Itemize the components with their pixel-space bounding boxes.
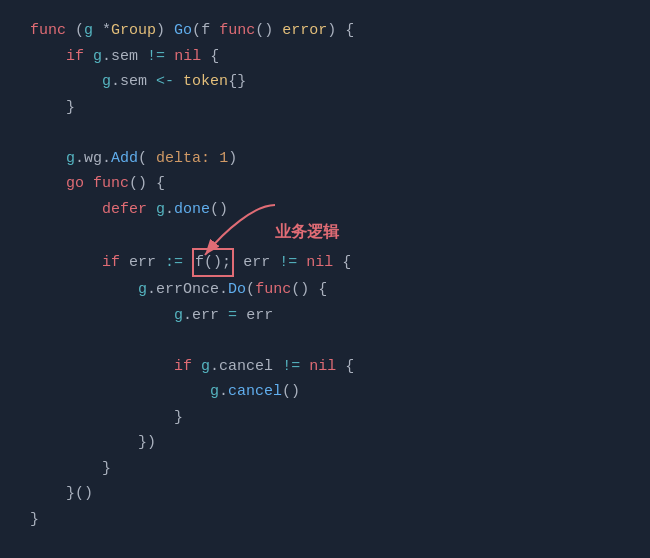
code-line-16: } <box>30 405 630 431</box>
code-line-1: func ( g * Group ) Go ( f func () error … <box>30 18 630 44</box>
annotation-label: 业务逻辑 <box>275 218 339 245</box>
code-line-3: g . sem <- token {} <box>30 69 630 95</box>
code-line-19: }() <box>30 481 630 507</box>
code-line-13 <box>30 328 630 354</box>
code-line-7: go func () { <box>30 171 630 197</box>
code-container: func ( g * Group ) Go ( f func () error … <box>0 0 650 558</box>
code-line-14: if g . cancel != nil { <box>30 354 630 380</box>
code-line-2: if g . sem != nil { <box>30 44 630 70</box>
code-line-5 <box>30 120 630 146</box>
code-line-10: if err := f(); err != nil { <box>30 248 630 278</box>
code-line-20: } <box>30 507 630 533</box>
code-line-4: } <box>30 95 630 121</box>
code-line-17: }) <box>30 430 630 456</box>
code-line-18: } <box>30 456 630 482</box>
highlighted-f-call: f(); <box>192 248 234 278</box>
code-line-15: g . cancel () <box>30 379 630 405</box>
code-line-6: g . wg . Add ( delta: 1 ) <box>30 146 630 172</box>
code-line-11: g . errOnce . Do ( func () { <box>30 277 630 303</box>
code-line-12: g . err = err <box>30 303 630 329</box>
keyword-func: func <box>30 18 66 44</box>
